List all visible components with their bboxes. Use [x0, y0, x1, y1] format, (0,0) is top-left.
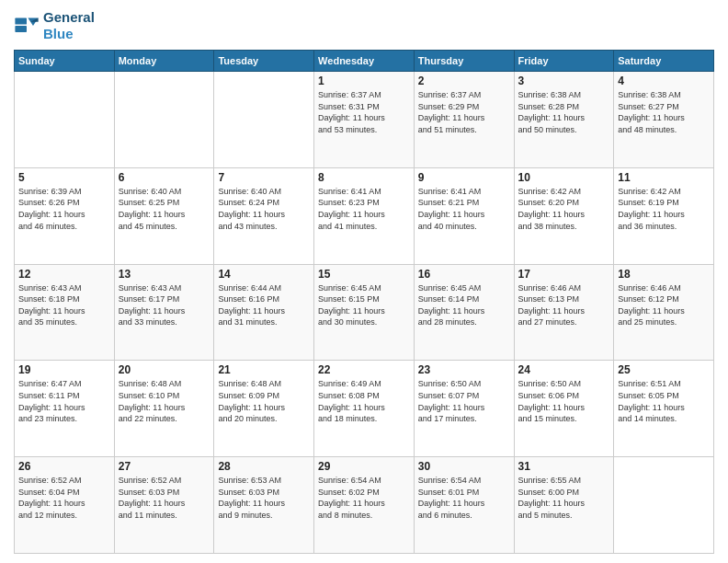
calendar-cell: 11Sunrise: 6:42 AMSunset: 6:19 PMDayligh…: [614, 167, 714, 264]
calendar-cell: 6Sunrise: 6:40 AMSunset: 6:25 PMDaylight…: [114, 167, 214, 264]
day-number: 4: [618, 75, 710, 87]
cell-info: Sunrise: 6:38 AMSunset: 6:27 PMDaylight:…: [618, 89, 710, 135]
day-number: 3: [518, 75, 610, 87]
cell-info: Sunrise: 6:54 AMSunset: 6:02 PMDaylight:…: [318, 475, 410, 521]
day-number: 26: [18, 460, 110, 473]
cell-info: Sunrise: 6:47 AMSunset: 6:11 PMDaylight:…: [18, 378, 110, 424]
cell-info: Sunrise: 6:40 AMSunset: 6:25 PMDaylight:…: [119, 186, 210, 232]
weekday-header-thursday: Thursday: [414, 51, 514, 72]
calendar-cell: 1Sunrise: 6:37 AMSunset: 6:31 PMDaylight…: [314, 72, 415, 168]
day-number: 16: [418, 268, 510, 281]
calendar-cell: 7Sunrise: 6:40 AMSunset: 6:24 PMDaylight…: [214, 167, 314, 264]
calendar-cell: 12Sunrise: 6:43 AMSunset: 6:18 PMDayligh…: [15, 264, 115, 361]
cell-info: Sunrise: 6:39 AMSunset: 6:26 PMDaylight:…: [18, 186, 110, 232]
calendar-cell: 23Sunrise: 6:50 AMSunset: 6:07 PMDayligh…: [414, 361, 514, 457]
weekday-header-row: SundayMondayTuesdayWednesdayThursdayFrid…: [15, 51, 714, 72]
cell-info: Sunrise: 6:40 AMSunset: 6:24 PMDaylight:…: [218, 186, 310, 232]
calendar-cell: 18Sunrise: 6:46 AMSunset: 6:12 PMDayligh…: [614, 264, 714, 361]
day-number: 24: [518, 363, 610, 376]
cell-info: Sunrise: 6:46 AMSunset: 6:12 PMDaylight:…: [618, 282, 710, 328]
cell-info: Sunrise: 6:46 AMSunset: 6:13 PMDaylight:…: [518, 282, 610, 328]
calendar-cell: [214, 72, 314, 168]
week-row-3: 12Sunrise: 6:43 AMSunset: 6:18 PMDayligh…: [15, 264, 714, 361]
day-number: 2: [418, 75, 510, 87]
cell-info: Sunrise: 6:53 AMSunset: 6:03 PMDaylight:…: [218, 475, 310, 521]
calendar-cell: 10Sunrise: 6:42 AMSunset: 6:20 PMDayligh…: [514, 167, 614, 264]
day-number: 14: [218, 268, 310, 281]
cell-info: Sunrise: 6:44 AMSunset: 6:16 PMDaylight:…: [218, 282, 310, 328]
weekday-header-saturday: Saturday: [614, 51, 714, 72]
cell-info: Sunrise: 6:55 AMSunset: 6:00 PMDaylight:…: [518, 475, 610, 521]
cell-info: Sunrise: 6:42 AMSunset: 6:19 PMDaylight:…: [618, 186, 710, 232]
calendar-cell: 30Sunrise: 6:54 AMSunset: 6:01 PMDayligh…: [414, 457, 514, 554]
week-row-2: 5Sunrise: 6:39 AMSunset: 6:26 PMDaylight…: [15, 167, 714, 264]
day-number: 23: [418, 363, 510, 376]
logo: General Blue: [14, 9, 95, 42]
day-number: 25: [618, 363, 710, 376]
calendar-cell: 27Sunrise: 6:52 AMSunset: 6:03 PMDayligh…: [114, 457, 214, 554]
day-number: 22: [318, 363, 410, 376]
calendar-cell: 31Sunrise: 6:55 AMSunset: 6:00 PMDayligh…: [514, 457, 614, 554]
calendar-cell: 5Sunrise: 6:39 AMSunset: 6:26 PMDaylight…: [15, 167, 115, 264]
calendar-cell: 22Sunrise: 6:49 AMSunset: 6:08 PMDayligh…: [314, 361, 415, 457]
cell-info: Sunrise: 6:49 AMSunset: 6:08 PMDaylight:…: [318, 378, 410, 424]
weekday-header-wednesday: Wednesday: [314, 51, 415, 72]
cell-info: Sunrise: 6:41 AMSunset: 6:23 PMDaylight:…: [318, 186, 410, 232]
cell-info: Sunrise: 6:50 AMSunset: 6:06 PMDaylight:…: [518, 378, 610, 424]
day-number: 8: [318, 171, 410, 184]
day-number: 21: [218, 363, 310, 376]
calendar-cell: 15Sunrise: 6:45 AMSunset: 6:15 PMDayligh…: [314, 264, 415, 361]
week-row-1: 1Sunrise: 6:37 AMSunset: 6:31 PMDaylight…: [15, 72, 714, 168]
cell-info: Sunrise: 6:41 AMSunset: 6:21 PMDaylight:…: [418, 186, 510, 232]
calendar-table: SundayMondayTuesdayWednesdayThursdayFrid…: [14, 50, 714, 554]
day-number: 1: [318, 75, 410, 87]
day-number: 27: [119, 460, 210, 473]
calendar-cell: 14Sunrise: 6:44 AMSunset: 6:16 PMDayligh…: [214, 264, 314, 361]
day-number: 29: [318, 460, 410, 473]
calendar-cell: 26Sunrise: 6:52 AMSunset: 6:04 PMDayligh…: [15, 457, 115, 554]
calendar-cell: 16Sunrise: 6:45 AMSunset: 6:14 PMDayligh…: [414, 264, 514, 361]
week-row-5: 26Sunrise: 6:52 AMSunset: 6:04 PMDayligh…: [15, 457, 714, 554]
calendar-cell: [614, 457, 714, 554]
logo-icon: [14, 13, 40, 39]
cell-info: Sunrise: 6:37 AMSunset: 6:31 PMDaylight:…: [318, 89, 410, 135]
calendar-cell: 3Sunrise: 6:38 AMSunset: 6:28 PMDaylight…: [514, 72, 614, 168]
calendar-cell: 19Sunrise: 6:47 AMSunset: 6:11 PMDayligh…: [15, 361, 115, 457]
weekday-header-tuesday: Tuesday: [214, 51, 314, 72]
calendar-cell: 25Sunrise: 6:51 AMSunset: 6:05 PMDayligh…: [614, 361, 714, 457]
calendar-cell: 4Sunrise: 6:38 AMSunset: 6:27 PMDaylight…: [614, 72, 714, 168]
day-number: 7: [218, 171, 310, 184]
calendar-cell: 17Sunrise: 6:46 AMSunset: 6:13 PMDayligh…: [514, 264, 614, 361]
day-number: 17: [518, 268, 610, 281]
cell-info: Sunrise: 6:45 AMSunset: 6:15 PMDaylight:…: [318, 282, 410, 328]
calendar-cell: 29Sunrise: 6:54 AMSunset: 6:02 PMDayligh…: [314, 457, 415, 554]
day-number: 28: [218, 460, 310, 473]
day-number: 5: [18, 171, 110, 184]
cell-info: Sunrise: 6:37 AMSunset: 6:29 PMDaylight:…: [418, 89, 510, 135]
cell-info: Sunrise: 6:52 AMSunset: 6:03 PMDaylight:…: [119, 475, 210, 521]
calendar-cell: 13Sunrise: 6:43 AMSunset: 6:17 PMDayligh…: [114, 264, 214, 361]
day-number: 13: [119, 268, 210, 281]
page: General Blue SundayMondayTuesdayWednesda…: [0, 0, 728, 563]
day-number: 12: [18, 268, 110, 281]
cell-info: Sunrise: 6:52 AMSunset: 6:04 PMDaylight:…: [18, 475, 110, 521]
calendar-cell: 9Sunrise: 6:41 AMSunset: 6:21 PMDaylight…: [414, 167, 514, 264]
cell-info: Sunrise: 6:42 AMSunset: 6:20 PMDaylight:…: [518, 186, 610, 232]
calendar-cell: 28Sunrise: 6:53 AMSunset: 6:03 PMDayligh…: [214, 457, 314, 554]
day-number: 11: [618, 171, 710, 184]
cell-info: Sunrise: 6:51 AMSunset: 6:05 PMDaylight:…: [618, 378, 710, 424]
cell-info: Sunrise: 6:54 AMSunset: 6:01 PMDaylight:…: [418, 475, 510, 521]
day-number: 18: [618, 268, 710, 281]
day-number: 19: [18, 363, 110, 376]
weekday-header-friday: Friday: [514, 51, 614, 72]
cell-info: Sunrise: 6:45 AMSunset: 6:14 PMDaylight:…: [418, 282, 510, 328]
weekday-header-sunday: Sunday: [15, 51, 115, 72]
cell-info: Sunrise: 6:48 AMSunset: 6:10 PMDaylight:…: [119, 378, 210, 424]
svg-rect-4: [15, 26, 27, 32]
day-number: 9: [418, 171, 510, 184]
day-number: 30: [418, 460, 510, 473]
cell-info: Sunrise: 6:43 AMSunset: 6:18 PMDaylight:…: [18, 282, 110, 328]
calendar-cell: 2Sunrise: 6:37 AMSunset: 6:29 PMDaylight…: [414, 72, 514, 168]
week-row-4: 19Sunrise: 6:47 AMSunset: 6:11 PMDayligh…: [15, 361, 714, 457]
cell-info: Sunrise: 6:43 AMSunset: 6:17 PMDaylight:…: [119, 282, 210, 328]
